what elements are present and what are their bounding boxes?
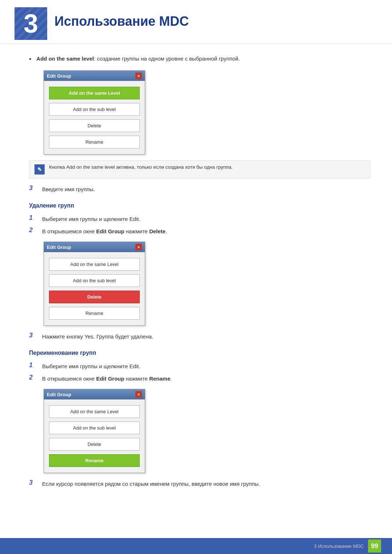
step-num-3-first: 3 bbox=[29, 184, 38, 192]
btn-delete-1[interactable]: Delete bbox=[49, 119, 140, 132]
note-icon: ✎ bbox=[34, 164, 45, 175]
btn-same-level-1[interactable]: Add on the same Level bbox=[49, 87, 140, 99]
step-3-rename: 3 Если курсор появляется рядом со старым… bbox=[29, 479, 370, 488]
btn-rename-3[interactable]: Rename bbox=[49, 454, 140, 467]
btn-rename-1[interactable]: Rename bbox=[49, 136, 140, 148]
bullet-text-same-level: Add on the same level: создание группы н… bbox=[36, 55, 240, 63]
dialog-titlebar-3: Edit Group × bbox=[44, 389, 145, 399]
btn-rename-2[interactable]: Rename bbox=[49, 307, 140, 320]
dialog-title-3: Edit Group bbox=[47, 392, 71, 397]
step-num-3-rename: 3 bbox=[29, 479, 38, 487]
bullet-item-same-level: • Add on the same level: создание группы… bbox=[29, 55, 370, 63]
dialog-container-3: Edit Group × Add on the same Level Add o… bbox=[44, 389, 370, 473]
step-3-delete: 3 Нажмите кнопку Yes. Группа будет удале… bbox=[29, 332, 370, 341]
rename-step-text-1: Выберите имя группы и щелкните Edit. bbox=[42, 361, 140, 371]
delete-step2-bold2: Delete bbox=[149, 228, 166, 234]
btn-sub-level-1[interactable]: Add on the sub level bbox=[49, 103, 140, 116]
btn-same-level-2[interactable]: Add on the same Level bbox=[49, 258, 140, 271]
note-box: ✎ Кнопка Add on the same level активна, … bbox=[29, 160, 370, 178]
btn-delete-3[interactable]: Delete bbox=[49, 438, 140, 451]
term-add-same-level: Add on the same level bbox=[36, 56, 94, 62]
rename-heading: Переименование групп bbox=[29, 350, 370, 356]
delete-step2-end: . bbox=[166, 228, 167, 234]
delete-step2-mid: нажмите bbox=[124, 228, 149, 234]
rename-step-num-1: 1 bbox=[29, 361, 38, 369]
rename-step2-end: . bbox=[170, 376, 172, 382]
page-header: 3 Использование MDC bbox=[0, 0, 392, 44]
chapter-title: Использование MDC bbox=[54, 7, 189, 29]
note-text: Кнопка Add on the same level активна, то… bbox=[49, 164, 233, 170]
rename-step-num-2: 2 bbox=[29, 374, 38, 381]
dialog-close-btn-2[interactable]: × bbox=[135, 244, 142, 250]
rename-step2-pre: В открывшемся окне bbox=[42, 376, 96, 382]
rename-step2-mid: нажмите bbox=[124, 376, 149, 382]
rename-step-text-2: В открывшемся окне Edit Group нажмите Re… bbox=[42, 374, 172, 383]
delete-step2-pre: В открывшемся окне bbox=[42, 228, 96, 234]
delete-step-2: 2 В открывшемся окне Edit Group нажмите … bbox=[29, 226, 370, 236]
delete-step2-bold1: Edit Group bbox=[96, 228, 124, 234]
chapter-number: 3 bbox=[24, 9, 38, 38]
main-content: • Add on the same level: создание группы… bbox=[0, 44, 392, 513]
step-num-3-delete: 3 bbox=[29, 332, 38, 339]
delete-heading: Удаление групп bbox=[29, 202, 370, 209]
btn-same-level-3[interactable]: Add on the same Level bbox=[49, 405, 140, 418]
dialog-titlebar-1: Edit Group × bbox=[44, 71, 145, 81]
btn-sub-level-3[interactable]: Add on the sub level bbox=[49, 422, 140, 434]
delete-step-text-2: В открывшемся окне Edit Group нажмите De… bbox=[42, 226, 167, 236]
dialog-close-btn-3[interactable]: × bbox=[135, 391, 142, 398]
step-text-3-first: Введите имя группы. bbox=[42, 184, 95, 194]
dialog-close-btn-1[interactable]: × bbox=[135, 73, 142, 79]
footer-page-number: 99 bbox=[368, 539, 381, 553]
dialog-title-2: Edit Group bbox=[47, 245, 71, 250]
term-desc: : создание группы на одном уровне с выбр… bbox=[94, 56, 240, 62]
step-3-first: 3 Введите имя группы. bbox=[29, 184, 370, 194]
step-text-3-rename: Если курсор появляется рядом со старым и… bbox=[42, 479, 260, 488]
bullet-dot: • bbox=[29, 56, 31, 63]
step-text-3-delete: Нажмите кнопку Yes. Группа будет удалена… bbox=[42, 332, 153, 341]
btn-sub-level-2[interactable]: Add on the sub level bbox=[49, 274, 140, 287]
dialog-container-1: Edit Group × Add on the same Level Add o… bbox=[44, 70, 370, 155]
rename-step2-bold1: Edit Group bbox=[96, 376, 124, 382]
rename-step-1: 1 Выберите имя группы и щелкните Edit. bbox=[29, 361, 370, 371]
dialog-body-3: Add on the same Level Add on the sub lev… bbox=[44, 399, 145, 473]
btn-delete-2[interactable]: Delete bbox=[49, 291, 140, 303]
rename-step2-bold2: Rename bbox=[149, 376, 170, 382]
chapter-number-box: 3 bbox=[15, 7, 47, 40]
delete-step-num-1: 1 bbox=[29, 214, 38, 222]
dialog-title-1: Edit Group bbox=[47, 73, 71, 79]
dialog-container-2: Edit Group × Add on the same Level Add o… bbox=[44, 242, 370, 326]
dialog-body-1: Add on the same Level Add on the sub lev… bbox=[44, 81, 145, 154]
page-footer: 3 Использование MDC 99 bbox=[0, 538, 392, 554]
edit-group-dialog-2: Edit Group × Add on the same Level Add o… bbox=[44, 242, 145, 326]
delete-step-num-2: 2 bbox=[29, 226, 38, 234]
dialog-body-2: Add on the same Level Add on the sub lev… bbox=[44, 252, 145, 325]
rename-step-2: 2 В открывшемся окне Edit Group нажмите … bbox=[29, 374, 370, 383]
delete-step-1: 1 Выберите имя группы и щелкните Edit. bbox=[29, 214, 370, 223]
dialog-titlebar-2: Edit Group × bbox=[44, 242, 145, 252]
edit-group-dialog-1: Edit Group × Add on the same Level Add o… bbox=[44, 70, 145, 155]
bullet-section-same-level: • Add on the same level: создание группы… bbox=[29, 55, 370, 63]
footer-text: 3 Использование MDC bbox=[314, 543, 364, 549]
delete-step-text-1: Выберите имя группы и щелкните Edit. bbox=[42, 214, 140, 223]
edit-group-dialog-3: Edit Group × Add on the same Level Add o… bbox=[44, 389, 145, 473]
